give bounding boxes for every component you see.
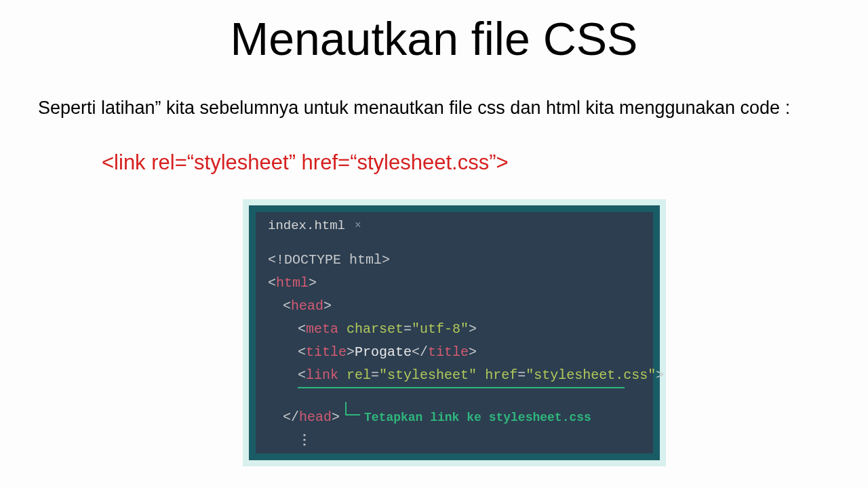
code-line-title: <title>Progate</title> <box>268 341 641 364</box>
slide: Menautkan file CSS Seperti latihan” kita… <box>0 0 868 488</box>
tab-label: index.html <box>268 218 345 233</box>
code-line-head-open: <head> <box>268 295 641 318</box>
code-line-html-open: <html> <box>268 272 641 295</box>
code-line-doctype: <!DOCTYPE html> <box>268 249 641 272</box>
highlight-underline <box>298 387 625 388</box>
editor-tab-bar: index.html × <box>256 212 653 239</box>
intro-paragraph: Seperti latihan” kita sebelumnya untuk m… <box>38 96 827 120</box>
code-editor-screenshot: index.html × <!DOCTYPE html> <html> <hea… <box>243 199 666 466</box>
code-line-link: <link rel="stylesheet" href="stylesheet.… <box>268 364 641 387</box>
slide-title: Menautkan file CSS <box>0 12 868 65</box>
code-line-meta: <meta charset="utf-8"> <box>268 318 641 341</box>
code-area: <!DOCTYPE html> <html> <head> <meta char… <box>256 239 653 453</box>
code-line-ellipsis: ⋮ <box>268 429 641 452</box>
link-tag-example: <link rel=“stylesheet” href=“stylesheet.… <box>102 150 509 175</box>
close-icon[interactable]: × <box>355 220 361 232</box>
callout-text: Tetapkan link ke stylesheet.css <box>364 407 591 428</box>
editor-tab-index-html[interactable]: index.html × <box>256 212 371 239</box>
editor-frame: index.html × <!DOCTYPE html> <html> <hea… <box>249 205 660 460</box>
callout-connector <box>345 402 347 415</box>
